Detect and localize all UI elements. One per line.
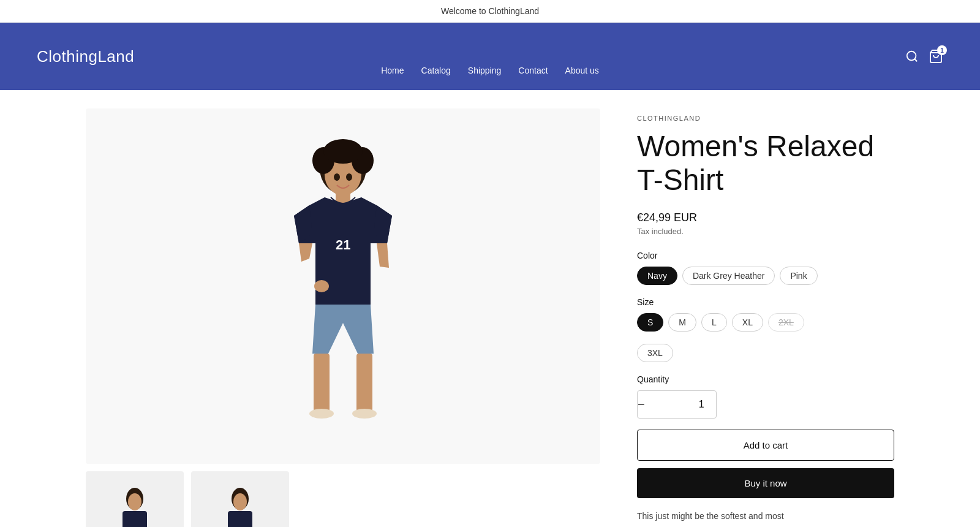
- svg-point-7: [323, 139, 363, 164]
- size-options: S M L XL 2XL: [637, 313, 894, 332]
- announcement-bar: Welcome to ClothingLand: [0, 0, 980, 23]
- svg-point-0: [907, 51, 916, 61]
- gallery-main-image: 21: [86, 108, 600, 464]
- thumb-image-1: 21: [107, 483, 162, 527]
- svg-line-1: [914, 59, 917, 61]
- size-option-3xl[interactable]: 3XL: [637, 344, 673, 362]
- product-description: This just might be the softest and most: [637, 509, 894, 523]
- gallery-thumb-2[interactable]: [191, 471, 289, 527]
- quantity-control: − +: [637, 390, 717, 419]
- color-options: Navy Dark Grey Heather Pink: [637, 267, 894, 285]
- quantity-decrease-button[interactable]: −: [638, 391, 645, 418]
- product-info: CLOTHINGLAND Women's Relaxed T-Shirt €24…: [637, 108, 894, 527]
- product-gallery: 21: [86, 108, 600, 527]
- svg-rect-25: [228, 511, 252, 527]
- gallery-thumb-1[interactable]: 21: [86, 471, 184, 527]
- header-icons: 1: [905, 49, 943, 64]
- minus-icon: −: [638, 398, 645, 412]
- nav-shipping[interactable]: Shipping: [468, 66, 502, 75]
- logo[interactable]: ClothingLand: [37, 47, 134, 66]
- quantity-label: Quantity: [637, 374, 894, 384]
- svg-point-9: [346, 173, 352, 181]
- nav-catalog[interactable]: Catalog: [421, 66, 451, 75]
- nav-contact[interactable]: Contact: [518, 66, 548, 75]
- color-label: Color: [637, 251, 894, 260]
- size-option-2xl[interactable]: 2XL: [768, 313, 804, 332]
- add-to-cart-button[interactable]: Add to cart: [637, 430, 894, 461]
- quantity-input[interactable]: [645, 399, 717, 410]
- cart-count-badge: 1: [937, 45, 947, 55]
- svg-point-15: [352, 409, 377, 419]
- color-option-dark-grey-heather[interactable]: Dark Grey Heather: [682, 267, 775, 285]
- search-button[interactable]: [905, 50, 919, 63]
- nav-home[interactable]: Home: [381, 66, 404, 75]
- product-price: €24,99 EUR: [637, 211, 894, 224]
- product-title: Women's Relaxed T-Shirt: [637, 129, 894, 197]
- svg-text:21: 21: [336, 237, 350, 252]
- cart-button-wrap: 1: [929, 49, 943, 64]
- buy-now-button[interactable]: Buy it now: [637, 468, 894, 498]
- svg-point-24: [233, 493, 247, 510]
- main-nav: Home Catalog Shipping Contact About us: [381, 66, 599, 75]
- size-option-s[interactable]: S: [637, 313, 663, 332]
- svg-point-16: [314, 280, 329, 292]
- size-option-l[interactable]: L: [701, 313, 727, 332]
- main-content: 21: [61, 90, 919, 527]
- nav-about[interactable]: About us: [565, 66, 599, 75]
- size-option-xl[interactable]: XL: [732, 313, 763, 332]
- product-tax: Tax included.: [637, 227, 894, 236]
- svg-point-14: [309, 409, 334, 419]
- size-option-m[interactable]: M: [668, 313, 696, 332]
- svg-rect-19: [123, 511, 147, 527]
- size-options-row2: 3XL: [637, 344, 894, 362]
- svg-rect-13: [356, 354, 372, 412]
- thumb-image-2: [213, 483, 268, 527]
- size-label: Size: [637, 297, 894, 307]
- product-main-image: 21: [257, 121, 429, 452]
- color-option-navy[interactable]: Navy: [637, 267, 677, 285]
- svg-rect-12: [314, 354, 330, 412]
- gallery-thumbnails: 21: [86, 471, 600, 527]
- svg-point-8: [334, 173, 340, 181]
- svg-point-18: [128, 493, 141, 510]
- site-header: ClothingLand Home Catalog Shipping Conta…: [0, 23, 980, 90]
- search-icon: [905, 50, 919, 63]
- announcement-text: Welcome to ClothingLand: [441, 6, 539, 16]
- product-brand: CLOTHINGLAND: [637, 115, 894, 122]
- color-option-pink[interactable]: Pink: [780, 267, 817, 285]
